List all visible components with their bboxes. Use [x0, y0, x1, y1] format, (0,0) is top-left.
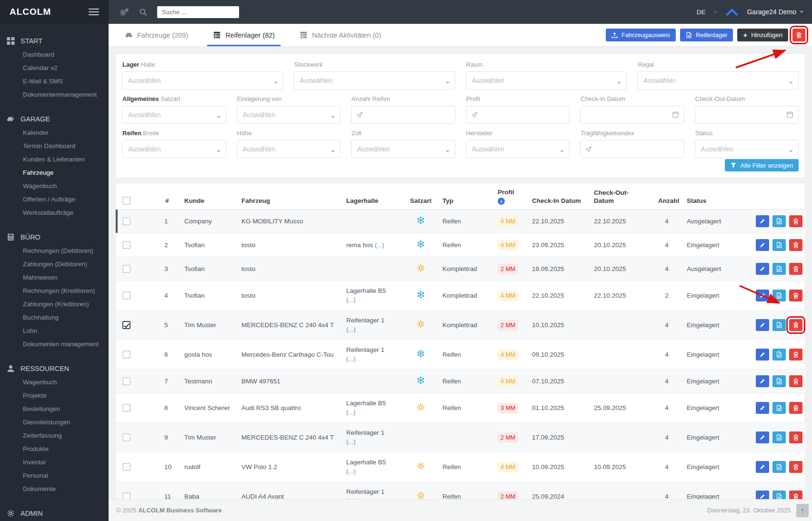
more-link[interactable]: (...): [346, 467, 399, 476]
edit-button[interactable]: [756, 491, 769, 499]
pdf-button[interactable]: [772, 402, 786, 414]
sidebar-item-dokumenten-management[interactable]: Dokumenten management: [0, 337, 109, 351]
pdf-button[interactable]: [772, 263, 786, 275]
row-checkbox[interactable]: [122, 241, 130, 249]
edit-button[interactable]: [756, 319, 769, 331]
header-fahrzeug[interactable]: Fahrzeug: [236, 183, 341, 210]
row-5-delete-button[interactable]: [789, 319, 802, 331]
fahrzeugausweis-button[interactable]: Fahrzeugausweis: [606, 29, 676, 41]
sidebar-item-zahlungen-kreditoren[interactable]: Zahlungen (Kreditoren): [0, 297, 109, 311]
more-link[interactable]: (...): [346, 408, 399, 417]
sidebar-item-offerten-auftraege[interactable]: Offerten / Aufträge: [0, 192, 109, 206]
hinzufuegen-button[interactable]: + Hinzufügen: [737, 29, 788, 41]
delete-button[interactable]: [789, 239, 802, 251]
cogs-icon[interactable]: [119, 8, 129, 16]
header-status[interactable]: Status: [681, 183, 749, 210]
delete-button[interactable]: [789, 263, 802, 275]
sidebar-item-kalender[interactable]: Kalender: [0, 126, 109, 139]
row-checkbox[interactable]: [122, 291, 130, 300]
sidebar-item-termin-dashboard[interactable]: Termin Dashboard: [0, 139, 109, 152]
edit-button[interactable]: [756, 239, 769, 251]
lager-halle-select[interactable]: Auswählen: [122, 71, 283, 90]
search-icon[interactable]: [139, 8, 148, 16]
edit-button[interactable]: [756, 215, 769, 227]
sidebar-item-dokumente[interactable]: Dokumente: [0, 482, 109, 495]
sidebar-item-buchhaltung[interactable]: Buchhaltung: [0, 311, 109, 324]
sidebar-item-projekte[interactable]: Projekte: [0, 389, 109, 402]
pdf-button[interactable]: [772, 461, 786, 473]
sidebar-item-werkstattauftraege[interactable]: Werkstattaufträge: [0, 206, 109, 219]
sidebar-item-wagenbuch-2[interactable]: Wagenbuch: [0, 375, 109, 389]
regal-select[interactable]: Auswählen: [637, 71, 799, 90]
header-lagerhalle[interactable]: Lagerhalle: [341, 183, 404, 210]
row-checkbox-checked[interactable]: [122, 321, 130, 329]
more-link[interactable]: (...): [375, 241, 384, 249]
edit-button[interactable]: [756, 461, 769, 473]
sidebar-item-dashboard[interactable]: Dashboard: [0, 48, 109, 61]
row-checkbox[interactable]: [122, 351, 130, 359]
sidebar-item-rechnungen-debitoren[interactable]: Rechnungen (Debitoren): [0, 244, 109, 257]
sidebar-item-calendar-v2[interactable]: Calendar v2: [0, 61, 109, 74]
hamburger-menu-icon[interactable]: [89, 7, 99, 17]
garage24-logo-icon[interactable]: [726, 9, 738, 16]
row-checkbox[interactable]: [122, 265, 130, 273]
raum-select[interactable]: Auswählen: [466, 71, 627, 90]
header-anzahl[interactable]: Anzahl: [652, 183, 681, 210]
tab-naechste-aktivitaeten[interactable]: Nächste Aktivitäten (0): [298, 24, 383, 46]
more-link[interactable]: (...): [346, 438, 399, 446]
row-checkbox[interactable]: [122, 463, 130, 471]
header-profil[interactable]: Profil: [492, 183, 526, 210]
edit-button[interactable]: [756, 402, 769, 414]
tab-fahrzeuge[interactable]: Fahrzeuge (209): [123, 24, 190, 46]
show-all-filters-button[interactable]: Alle Filter anzeigen: [725, 159, 799, 171]
header-checkout[interactable]: Check-Out-Datum: [588, 183, 652, 210]
status-select[interactable]: Auswählen: [695, 140, 799, 158]
breite-select[interactable]: Auswählen: [122, 140, 226, 158]
header-num[interactable]: #: [160, 183, 179, 210]
delete-button[interactable]: [789, 215, 802, 227]
pdf-button[interactable]: [772, 215, 786, 227]
language-selector[interactable]: DE: [697, 9, 706, 16]
reifenlager-button[interactable]: Reifenlager: [680, 29, 733, 41]
header-checkin[interactable]: Check-In Datum: [526, 183, 588, 210]
tab-reifenlager[interactable]: Reifenlager (82): [211, 24, 277, 46]
header-typ[interactable]: Typ: [437, 183, 492, 210]
pdf-button[interactable]: [772, 431, 786, 443]
sidebar-item-email-sms[interactable]: E-Mail & SMS: [0, 74, 109, 88]
delete-button[interactable]: [789, 431, 802, 443]
hoehe-select[interactable]: Auswählen: [237, 140, 341, 158]
sidebar-item-zeiterfassung[interactable]: Zeiterfassung: [0, 429, 109, 442]
more-link[interactable]: (...): [346, 325, 399, 334]
row-checkbox[interactable]: [122, 492, 130, 499]
more-link[interactable]: (...): [346, 296, 399, 304]
pdf-button[interactable]: [772, 349, 786, 361]
delete-button[interactable]: [789, 290, 802, 301]
row-checkbox[interactable]: [122, 404, 130, 412]
profil-input[interactable]: [466, 106, 570, 124]
anzahl-reifen-input[interactable]: [351, 106, 455, 124]
pdf-button[interactable]: [772, 239, 786, 251]
edit-button[interactable]: [756, 349, 769, 361]
search-input[interactable]: [157, 6, 239, 18]
satzart-select[interactable]: Auswählen: [122, 106, 226, 124]
sidebar-item-personal[interactable]: Personal: [0, 469, 109, 482]
scroll-to-top-button[interactable]: ↑: [796, 504, 809, 517]
more-link[interactable]: (...): [346, 355, 399, 363]
checkout-datum-input[interactable]: [695, 106, 799, 124]
pdf-button[interactable]: [772, 290, 786, 301]
sidebar-item-dienstleistungen[interactable]: Dienstleistungen: [0, 415, 109, 429]
pdf-button[interactable]: [772, 319, 786, 331]
delete-button[interactable]: [789, 491, 802, 499]
edit-button[interactable]: [756, 263, 769, 275]
edit-button[interactable]: [756, 375, 769, 387]
hersteller-select[interactable]: Auswählen: [466, 140, 570, 158]
tragfaehigkeitsindex-input[interactable]: [580, 140, 684, 158]
sidebar-item-wagenbuch[interactable]: Wagenbuch: [0, 179, 109, 192]
delete-button[interactable]: [789, 461, 802, 473]
edit-button[interactable]: [756, 431, 769, 443]
zoll-select[interactable]: Auswählen: [351, 140, 455, 158]
info-icon[interactable]: [498, 198, 505, 205]
sidebar-item-dokumentenmanagement[interactable]: Dokumentenmanagement: [0, 88, 109, 101]
edit-button[interactable]: [756, 290, 769, 301]
sidebar-item-bestellungen[interactable]: Bestellungen: [0, 402, 109, 415]
